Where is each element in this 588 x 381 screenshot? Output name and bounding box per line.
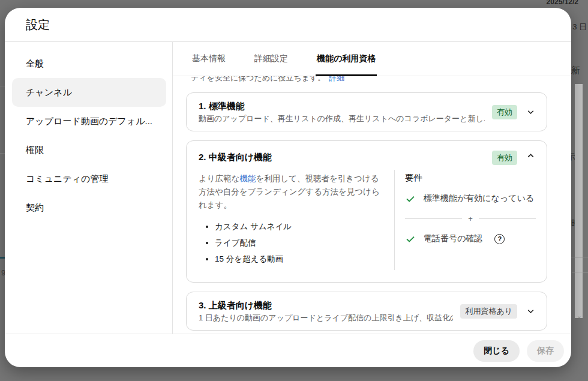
requirement-label: 標準機能が有効になっている	[424, 193, 534, 204]
background-scrollbar	[575, 84, 583, 318]
dialog-footer: 閉じる 保存	[5, 334, 571, 367]
details-link[interactable]: 詳細	[329, 76, 344, 82]
save-button[interactable]: 保存	[527, 340, 564, 362]
card-standard-header[interactable]: 1. 標準機能 動画のアップロード、再生リストの作成、再生リストへのコラボレータ…	[187, 93, 547, 131]
description-text: より広範な	[199, 174, 239, 183]
check-icon	[405, 233, 416, 244]
feature-list-item: ライブ配信	[215, 238, 382, 248]
card-standard-title: 1. 標準機能	[199, 100, 485, 113]
status-badge-eligible: 利用資格あり	[460, 304, 517, 319]
channel-settings-content: 基本情報 詳細設定 機能の利用資格 ティを安全に保つために役立ちます。詳細 1.…	[173, 42, 571, 334]
divider	[405, 218, 462, 219]
requirements-joiner: +	[405, 214, 536, 223]
feature-list-item: 15 分を超える動画	[215, 254, 382, 264]
chevron-down-icon[interactable]	[526, 107, 536, 117]
background-scroll-chevron-icon: ⌄	[577, 312, 582, 320]
requirement-label: 電話番号の確認	[424, 233, 482, 244]
card-advanced-description: 1 日あたりの動画のアップロードとライブ配信の上限引き上げ、収益化の...	[199, 312, 453, 323]
requirement-row: 標準機能が有効になっている	[405, 193, 536, 204]
requirement-row: 電話番号の確認 ?	[405, 233, 536, 244]
background-day-fragment: 3 日	[572, 22, 587, 32]
settings-dialog: 設定 全般 チャンネル アップロード動画のデフォル... 権限 コミュニティの管…	[5, 8, 571, 367]
intermediate-feature-list: カスタム サムネイル ライブ配信 15 分を超える動画	[199, 221, 382, 264]
dialog-title: 設定	[26, 17, 50, 33]
sidebar-item-agreements[interactable]: 契約	[5, 193, 172, 222]
background-accent-line	[0, 257, 5, 259]
chevron-up-icon[interactable]	[526, 151, 536, 161]
card-intermediate-body: より広範な機能を利用して、視聴者を引きつける方法や自分をブランディングする方法を…	[187, 165, 547, 282]
card-advanced-header[interactable]: 3. 上級者向け機能 1 日あたりの動画のアップロードとライブ配信の上限引き上げ…	[187, 292, 547, 330]
background-text-fragment: 新	[571, 65, 580, 76]
dialog-header: 設定	[5, 8, 571, 42]
sidebar-item-upload-defaults[interactable]: アップロード動画のデフォル...	[5, 107, 172, 136]
intermediate-description: より広範な機能を利用して、視聴者を引きつける方法や自分をブランディングする方法を…	[199, 172, 382, 212]
scrolled-description-text: ティを安全に保つために役立ちます。	[191, 76, 325, 82]
feature-list-item: カスタム サムネイル	[215, 221, 382, 232]
card-standard-features: 1. 標準機能 動画のアップロード、再生リストの作成、再生リストへのコラボレータ…	[186, 92, 547, 131]
chevron-down-icon[interactable]	[526, 306, 536, 316]
plus-joiner: +	[468, 214, 473, 223]
sidebar-item-channel[interactable]: チャンネル	[12, 78, 166, 107]
tab-advanced-settings[interactable]: 詳細設定	[253, 42, 289, 76]
background-date-text: 2025/12/2	[547, 0, 578, 6]
scrolled-description-clipped: ティを安全に保つために役立ちます。詳細	[173, 76, 571, 85]
sidebar-item-permissions[interactable]: 権限	[5, 136, 172, 164]
dialog-body: 全般 チャンネル アップロード動画のデフォル... 権限 コミュニティの管理 契…	[5, 42, 571, 334]
check-icon	[405, 193, 416, 204]
status-badge-enabled: 有効	[492, 151, 517, 165]
tab-basic-info[interactable]: 基本情報	[191, 42, 227, 76]
background-divider	[572, 272, 588, 272]
requirements-column: 要件 標準機能が有効になっている +	[395, 170, 536, 270]
feature-cards: 1. 標準機能 動画のアップロード、再生リストの作成、再生リストへのコラボレータ…	[173, 85, 571, 334]
background-divider	[0, 153, 5, 154]
sidebar-item-general[interactable]: 全般	[5, 49, 172, 78]
intermediate-description-column: より広範な機能を利用して、視聴者を引きつける方法や自分をブランディングする方法を…	[199, 170, 395, 270]
card-intermediate-title: 2. 中級者向け機能	[199, 151, 485, 164]
close-button[interactable]: 閉じる	[473, 340, 520, 362]
card-intermediate-features: 2. 中級者向け機能 有効 より広範な機能を利用して、視聴者を引きつける方法や自…	[186, 140, 547, 283]
settings-sidebar: 全般 チャンネル アップロード動画のデフォル... 権限 コミュニティの管理 契…	[5, 42, 173, 334]
sidebar-item-community[interactable]: コミュニティの管理	[5, 164, 172, 193]
card-advanced-features: 3. 上級者向け機能 1 日あたりの動画のアップロードとライブ配信の上限引き上げ…	[186, 292, 547, 331]
requirements-heading: 要件	[405, 172, 536, 184]
tab-feature-eligibility[interactable]: 機能の利用資格	[316, 42, 377, 76]
help-icon[interactable]: ?	[494, 234, 505, 244]
features-link[interactable]: 機能	[239, 174, 256, 183]
card-intermediate-header[interactable]: 2. 中級者向け機能 有効	[187, 141, 547, 165]
divider	[479, 218, 536, 219]
background-divider	[0, 86, 5, 86]
card-advanced-title: 3. 上級者向け機能	[199, 299, 453, 312]
card-standard-description: 動画のアップロード、再生リストの作成、再生リストへのコラボレーターと新し...	[199, 113, 485, 124]
status-badge-enabled: 有効	[492, 105, 517, 119]
channel-tabs: 基本情報 詳細設定 機能の利用資格	[173, 42, 571, 76]
